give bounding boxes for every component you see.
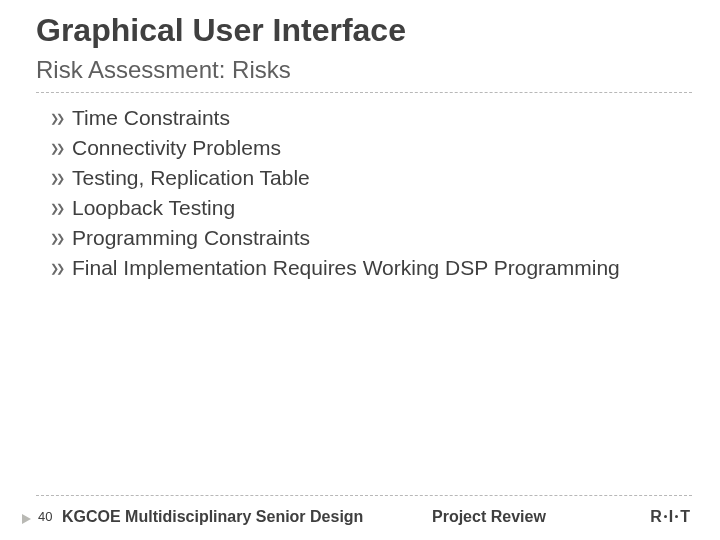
slide-title: Graphical User Interface xyxy=(36,12,406,49)
bullet-text: Programming Constraints xyxy=(72,224,310,252)
footer-left-text: KGCOE Multidisciplinary Senior Design xyxy=(62,508,363,526)
footer-right-i: I xyxy=(669,508,673,525)
dot-icon xyxy=(675,515,678,518)
list-item: ❯❯ Testing, Replication Table xyxy=(50,164,680,192)
footer-center-text: Project Review xyxy=(432,508,546,526)
bullet-icon: ❯❯ xyxy=(50,224,72,252)
divider-bottom xyxy=(36,495,692,496)
bullet-icon: ❯❯ xyxy=(50,104,72,132)
bullet-text: Final Implementation Requires Working DS… xyxy=(72,254,620,282)
footer-right-text: RIT xyxy=(650,508,690,526)
divider-top xyxy=(36,92,692,93)
bullet-icon: ❯❯ xyxy=(50,164,72,192)
bullet-text: Loopback Testing xyxy=(72,194,235,222)
slide-subtitle: Risk Assessment: Risks xyxy=(36,56,291,84)
list-item: ❯❯ Final Implementation Requires Working… xyxy=(50,254,680,282)
bullet-text: Testing, Replication Table xyxy=(72,164,310,192)
bullet-list: ❯❯ Time Constraints ❯❯ Connectivity Prob… xyxy=(50,104,680,284)
list-item: ❯❯ Time Constraints xyxy=(50,104,680,132)
bullet-text: Time Constraints xyxy=(72,104,230,132)
list-item: ❯❯ Programming Constraints xyxy=(50,224,680,252)
bullet-text: Connectivity Problems xyxy=(72,134,281,162)
bullet-icon: ❯❯ xyxy=(50,194,72,222)
footer-right-r: R xyxy=(650,508,662,525)
list-item: ❯❯ Connectivity Problems xyxy=(50,134,680,162)
slide: Graphical User Interface Risk Assessment… xyxy=(0,0,720,540)
dot-icon xyxy=(664,515,667,518)
footer-right-t: T xyxy=(680,508,690,525)
bullet-icon: ❯❯ xyxy=(50,134,72,162)
list-item: ❯❯ Loopback Testing xyxy=(50,194,680,222)
footer: 40 KGCOE Multidisciplinary Senior Design… xyxy=(0,500,720,530)
arrow-icon xyxy=(22,514,31,524)
bullet-icon: ❯❯ xyxy=(50,254,72,282)
page-number: 40 xyxy=(38,509,52,524)
